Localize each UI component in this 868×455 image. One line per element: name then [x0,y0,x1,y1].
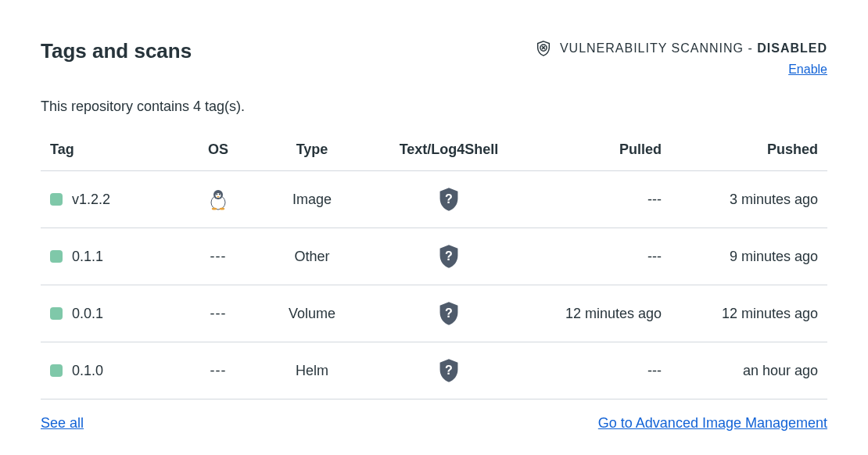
cell-pushed: 9 minutes ago [662,249,818,265]
cell-type: Volume [261,306,363,322]
col-header-pulled: Pulled [535,142,662,158]
cell-os: --- [175,306,261,322]
col-header-os: OS [175,142,261,158]
cell-log4shell: ? [363,244,535,269]
cell-pulled: 12 minutes ago [535,306,662,322]
os-empty: --- [210,249,227,265]
repo-description: This repository contains 4 tag(s). [41,99,827,115]
col-header-log4: Text/Log4Shell [363,142,535,158]
tag-marker-icon [50,364,63,377]
tag-marker-icon [50,250,63,263]
cell-type: Other [261,249,363,265]
table-footer: See all Go to Advanced Image Management [41,415,827,432]
cell-tag: 0.1.0 [50,363,175,379]
scan-status-value: DISABLED [757,41,827,55]
tag-label: 0.0.1 [72,306,103,322]
cell-type: Helm [261,363,363,379]
cell-pulled: --- [535,249,662,265]
cell-pulled: --- [535,363,662,379]
shield-question-icon: ? [438,244,460,269]
cell-pushed: an hour ago [662,363,818,379]
cell-tag: 0.0.1 [50,306,175,322]
tag-label: 0.1.0 [72,363,103,379]
shield-x-icon [535,39,552,58]
cell-os [175,188,261,210]
svg-point-9 [220,208,224,210]
cell-log4shell: ? [363,187,535,212]
tag-label: v1.2.2 [72,192,110,208]
linux-penguin-icon [208,188,228,210]
page-title: Tags and scans [41,39,192,63]
cell-os: --- [175,363,261,379]
os-empty: --- [210,306,227,322]
table-row[interactable]: v1.2.2Image?---3 minutes ago [41,171,827,228]
see-all-link[interactable]: See all [41,415,84,432]
cell-pushed: 3 minutes ago [662,192,818,208]
header-row: Tags and scans VULNERABILITY SCANNING - … [41,39,827,77]
scan-status-block: VULNERABILITY SCANNING - DISABLED Enable [535,39,827,77]
enable-scanning-link[interactable]: Enable [788,63,827,77]
table-row[interactable]: 0.1.0---Helm?---an hour ago [41,342,827,399]
svg-point-7 [219,194,221,195]
cell-tag: 0.1.1 [50,249,175,265]
cell-os: --- [175,249,261,265]
table-row[interactable]: 0.1.1---Other?---9 minutes ago [41,228,827,285]
cell-type: Image [261,192,363,208]
cell-pulled: --- [535,192,662,208]
svg-text:?: ? [445,364,453,377]
tag-marker-icon [50,307,63,320]
scan-status-label: VULNERABILITY SCANNING - DISABLED [560,41,827,56]
tag-label: 0.1.1 [72,249,103,265]
col-header-tag: Tag [50,142,175,158]
cell-tag: v1.2.2 [50,192,175,208]
advanced-image-mgmt-link[interactable]: Go to Advanced Image Management [598,415,827,432]
col-header-type: Type [261,142,363,158]
tags-scans-panel: Tags and scans VULNERABILITY SCANNING - … [0,0,868,455]
cell-pushed: 12 minutes ago [662,306,818,322]
shield-question-icon: ? [438,301,460,326]
shield-question-icon: ? [438,358,460,383]
cell-log4shell: ? [363,358,535,383]
svg-text:?: ? [445,249,453,263]
tags-table: Tag OS Type Text/Log4Shell Pulled Pushed… [41,142,827,399]
svg-text:?: ? [445,306,453,320]
table-header-row: Tag OS Type Text/Log4Shell Pulled Pushed [41,142,827,171]
scan-status-row: VULNERABILITY SCANNING - DISABLED [535,39,827,58]
os-empty: --- [210,363,227,379]
table-row[interactable]: 0.0.1---Volume?12 minutes ago12 minutes … [41,285,827,342]
svg-text:?: ? [445,192,453,206]
shield-question-icon: ? [438,187,460,212]
col-header-pushed: Pushed [662,142,818,158]
tag-marker-icon [50,193,63,206]
svg-point-8 [212,208,217,210]
svg-point-6 [216,194,217,195]
cell-log4shell: ? [363,301,535,326]
